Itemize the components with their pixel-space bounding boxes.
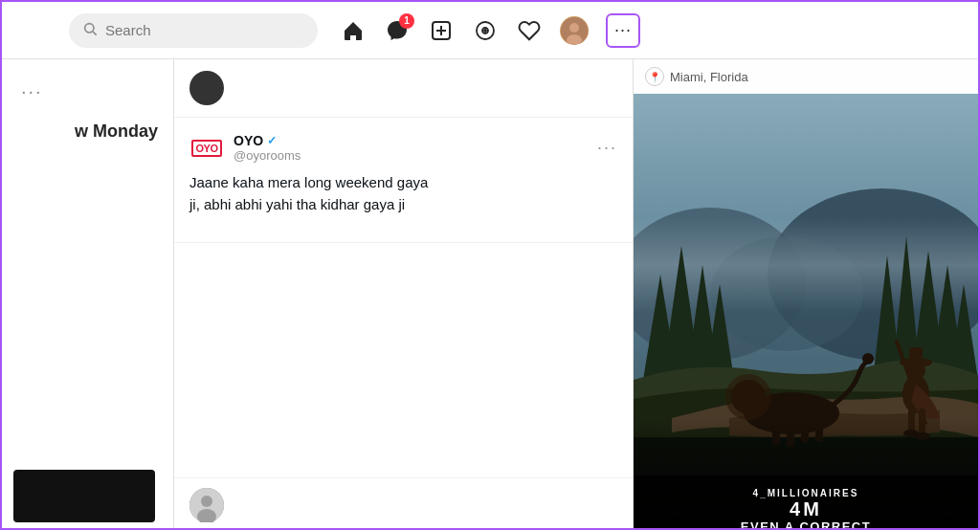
header-icons: 1: [340, 13, 640, 48]
messenger-icon[interactable]: 1: [384, 17, 411, 44]
svg-point-9: [569, 23, 579, 33]
sidebar-dots[interactable]: ···: [2, 71, 173, 112]
tweet-card: OYO OYO ✓ @oyorooms ··· Jaane kaha mera …: [174, 118, 633, 243]
search-input[interactable]: [105, 22, 304, 38]
compass-icon[interactable]: [472, 17, 499, 44]
tweet-user: OYO OYO ✓ @oyorooms: [189, 133, 301, 163]
sidebar-left: ··· w Monday: [2, 59, 174, 530]
tweet-content: Jaane kaha mera long weekend gaya ji, ab…: [189, 172, 617, 215]
svg-point-30: [725, 374, 771, 420]
tweet-username: OYO ✓ @oyorooms: [234, 133, 301, 163]
sidebar-monday: w Monday: [2, 112, 173, 151]
svg-line-1: [93, 32, 97, 35]
scene-svg: 4_MILLIONAIRES 4M EVEN A CORRECT: [634, 94, 978, 530]
svg-text:EVEN A CORRECT: EVEN A CORRECT: [741, 519, 871, 530]
svg-point-0: [85, 23, 94, 32]
user-avatar[interactable]: [560, 16, 589, 45]
notification-badge: 1: [399, 13, 414, 29]
tweet-header: OYO OYO ✓ @oyorooms ···: [189, 133, 617, 163]
add-icon[interactable]: [428, 17, 455, 44]
header: 1: [2, 2, 978, 59]
svg-text:4_MILLIONAIRES: 4_MILLIONAIRES: [753, 488, 859, 498]
oyo-logo: OYO: [189, 137, 224, 160]
location-icon: 📍: [645, 67, 664, 86]
tweet-line1: Jaane kaha mera long weekend gaya: [189, 172, 617, 194]
home-icon[interactable]: [340, 17, 367, 44]
tweet-handle: @oyorooms: [234, 148, 301, 163]
tweet-more-button[interactable]: ···: [597, 138, 617, 158]
svg-point-12: [201, 496, 212, 507]
tweet-display-name: OYO ✓: [234, 133, 301, 148]
feed: OYO OYO ✓ @oyorooms ··· Jaane kaha mera …: [174, 59, 634, 530]
oyo-text: OYO: [191, 140, 223, 157]
more-icon: ···: [614, 20, 632, 40]
feed-bottom: [174, 477, 633, 530]
feed-top: [174, 59, 633, 118]
svg-point-7: [482, 28, 488, 33]
svg-text:4M: 4M: [790, 498, 822, 519]
right-panel: 📍 Miami, Florida: [634, 59, 978, 530]
tweet-line2: ji, abhi abhi yahi tha kidhar gaya ji: [189, 194, 617, 216]
avatar-icon[interactable]: [560, 16, 589, 45]
svg-point-35: [862, 353, 874, 364]
main-content: ··· w Monday OYO OYO ✓: [2, 59, 978, 530]
right-panel-image: 4_MILLIONAIRES 4M EVEN A CORRECT: [634, 94, 978, 530]
svg-point-6: [484, 30, 486, 32]
heart-icon[interactable]: [516, 17, 543, 44]
search-icon: [82, 21, 98, 40]
more-button[interactable]: ···: [606, 13, 640, 48]
svg-point-5: [477, 22, 494, 39]
right-header: 📍 Miami, Florida: [634, 59, 978, 94]
verified-badge: ✓: [267, 134, 277, 147]
search-bar[interactable]: [69, 13, 318, 48]
sidebar-black-box: [13, 470, 155, 522]
feed-bottom-avatar[interactable]: [189, 488, 224, 522]
svg-rect-39: [909, 347, 923, 364]
location-label: Miami, Florida: [670, 70, 748, 84]
feed-story-avatar[interactable]: [189, 71, 224, 105]
